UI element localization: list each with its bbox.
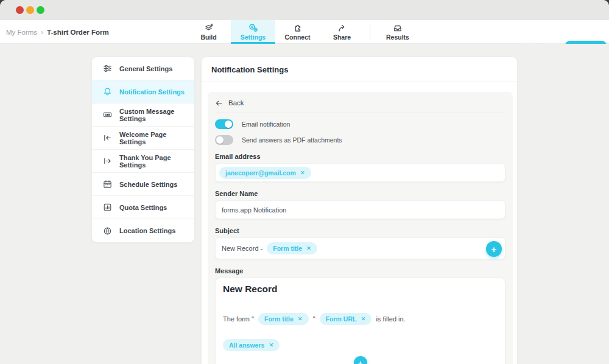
sidebar-item-custom-message-settings[interactable]: Custom Message Settings — [92, 103, 194, 127]
form-url-chip: Form URL ✕ — [320, 313, 372, 325]
sidebar-item-label: Schedule Settings — [119, 181, 177, 188]
remove-icon[interactable]: ✕ — [298, 316, 303, 322]
back-button[interactable]: Back — [215, 97, 505, 109]
tab-share-label: Share — [333, 33, 351, 41]
breadcrumb-form-name: T-shirt Order Form — [47, 29, 109, 36]
message-body-start: The form " — [223, 315, 254, 323]
add-subject-field-button[interactable]: + — [486, 241, 502, 257]
sidebar-item-general-settings[interactable]: General Settings — [92, 57, 194, 80]
pdf-attachments-toggle[interactable] — [215, 135, 233, 145]
panel-title: Notification Settings — [202, 57, 517, 82]
tab-connect[interactable]: Connect — [275, 20, 320, 44]
email-notification-row: Email notification — [215, 119, 505, 129]
sidebar-item-welcome-page-settings[interactable]: Welcome Page Settings — [92, 127, 194, 150]
form-title-chip: Form title ✕ — [258, 313, 309, 325]
subject-input[interactable]: New Record - Form title ✕ + — [215, 237, 505, 259]
message-body-quote: " — [313, 315, 315, 323]
breadcrumb-my-forms[interactable]: My Forms — [6, 29, 37, 36]
add-message-field-button[interactable]: + — [354, 356, 367, 364]
settings-sidebar: General Settings Notification Settings — [91, 57, 195, 243]
sender-name-input[interactable] — [222, 206, 499, 214]
email-notification-label: Email notification — [242, 121, 290, 128]
back-arrow-icon — [215, 99, 223, 107]
gears-icon — [248, 23, 258, 33]
all-answers-chip: All answers ✕ — [223, 339, 280, 351]
sender-name-label: Sender Name — [215, 190, 505, 197]
globe-icon — [102, 226, 112, 236]
message-label: Message — [215, 267, 505, 275]
message-answers-row: All answers ✕ — [223, 339, 498, 351]
tab-share[interactable]: Share — [320, 20, 364, 44]
tab-settings-label: Settings — [241, 33, 266, 41]
tab-results[interactable]: Results — [370, 20, 425, 44]
message-editor[interactable]: New Record The form " Form title ✕ " For… — [215, 278, 505, 364]
pdf-attachments-label: Send answers as PDF attachments — [242, 136, 342, 144]
calendar-icon — [102, 180, 112, 189]
email-chip-text: janecoperr@gmail.com — [225, 169, 296, 177]
notification-settings-panel: Notification Settings Back Email notific… — [201, 57, 518, 364]
message-heading: New Record — [223, 284, 498, 295]
sidebar-item-quota-settings[interactable]: Quota Settings — [92, 196, 194, 219]
subject-label: Subject — [215, 227, 505, 234]
notification-toggles: Email notification Send answers as PDF a… — [215, 119, 505, 145]
bell-icon — [102, 87, 112, 97]
macos-titlebar — [0, 0, 609, 20]
content-area: General Settings Notification Settings — [0, 44, 609, 364]
remove-icon[interactable]: ✕ — [361, 316, 365, 322]
sliders-icon — [102, 64, 112, 74]
tab-results-label: Results — [386, 33, 409, 41]
arrow-bar-right-icon — [102, 156, 112, 166]
divider — [215, 113, 505, 113]
tab-build[interactable]: Build — [186, 20, 231, 44]
back-button-label: Back — [228, 99, 244, 107]
email-notification-toggle[interactable] — [215, 119, 233, 129]
sidebar-item-thank-you-page-settings[interactable]: Thank You Page Settings — [92, 150, 194, 173]
email-chip: janecoperr@gmail.com ✕ — [219, 167, 311, 179]
app-window: My Forms › T-shirt Order Form Build — [0, 0, 609, 364]
sidebar-item-label: Notification Settings — [119, 88, 185, 96]
sidebar-item-notification-settings[interactable]: Notification Settings — [92, 80, 194, 103]
breadcrumb-separator-icon: › — [41, 28, 43, 37]
toggle-knob — [216, 136, 224, 144]
form-title-chip-text: Form title — [273, 245, 302, 252]
sidebar-item-schedule-settings[interactable]: Schedule Settings — [92, 173, 194, 196]
sender-name-field — [215, 200, 505, 219]
sidebar-item-label: Thank You Page Settings — [119, 154, 194, 169]
arrow-bar-left-icon — [102, 133, 112, 143]
inbox-icon — [393, 23, 403, 33]
tab-connect-label: Connect — [285, 33, 311, 41]
sidebar-item-label: Welcome Page Settings — [119, 131, 194, 145]
remove-icon[interactable]: ✕ — [306, 245, 311, 251]
message-body: The form " Form title ✕ " Form URL ✕ is … — [223, 313, 498, 325]
email-address-input[interactable]: janecoperr@gmail.com ✕ — [215, 163, 505, 182]
message-box-icon — [102, 110, 112, 120]
sidebar-item-label: Quota Settings — [119, 204, 167, 211]
close-window-button[interactable] — [16, 6, 24, 14]
all-answers-chip-text: All answers — [229, 341, 264, 349]
subject-text: New Record - — [222, 245, 262, 252]
top-nav-tabs: Build Settings — [186, 20, 425, 44]
app-header: My Forms › T-shirt Order Form Build — [0, 20, 609, 44]
breadcrumb: My Forms › T-shirt Order Form — [6, 20, 109, 44]
form-url-chip-text: Form URL — [326, 315, 357, 323]
form-title-chip-text: Form title — [264, 315, 294, 323]
notification-form: Back Email notification Send answers as … — [208, 92, 513, 364]
puzzle-icon — [293, 23, 303, 33]
sidebar-item-label: Custom Message Settings — [119, 108, 194, 122]
message-body-end: is filled in. — [376, 315, 405, 323]
remove-icon[interactable]: ✕ — [300, 170, 305, 176]
tab-build-label: Build — [200, 33, 216, 41]
share-arrow-icon — [337, 23, 347, 33]
remove-icon[interactable]: ✕ — [269, 342, 273, 348]
minimize-window-button[interactable] — [26, 6, 34, 14]
toggle-knob — [225, 121, 232, 128]
layers-plus-icon — [204, 23, 214, 33]
tab-settings[interactable]: Settings — [231, 20, 275, 44]
chart-box-icon — [102, 203, 112, 212]
maximize-window-button[interactable] — [37, 6, 44, 14]
sidebar-item-label: Location Settings — [119, 227, 175, 234]
sidebar-item-label: General Settings — [119, 65, 172, 72]
form-title-chip: Form title ✕ — [267, 242, 317, 254]
email-address-label: Email address — [215, 153, 505, 160]
sidebar-item-location-settings[interactable]: Location Settings — [92, 219, 194, 242]
